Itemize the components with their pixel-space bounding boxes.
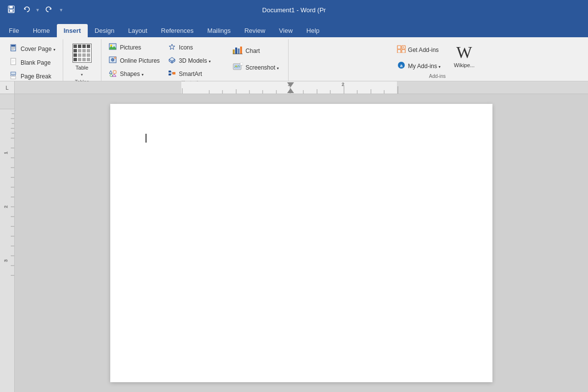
vertical-ruler: 1 2 3 — [0, 94, 15, 392]
blank-page-button[interactable]: Blank Page — [6, 56, 59, 69]
svg-text:3: 3 — [3, 259, 8, 262]
word-page[interactable] — [110, 104, 492, 382]
get-addins-button[interactable]: Get Add-ins — [392, 42, 445, 57]
ruler-container: L 1 2 — [0, 81, 588, 94]
addins-group: Get Add-ins a My Add-ins ▾ W Wikipe... — [289, 39, 586, 81]
table-label: Table — [75, 65, 88, 71]
tab-home[interactable]: Home — [26, 24, 57, 37]
page-break-label: Page Break — [21, 73, 51, 80]
wikipedia-button[interactable]: W Wikipe... — [446, 41, 482, 70]
window-title: Document1 - Word (Pr — [262, 6, 326, 14]
svg-rect-57 — [15, 81, 181, 94]
svg-rect-42 — [238, 49, 240, 54]
svg-rect-28 — [113, 71, 116, 74]
svg-rect-49 — [397, 46, 401, 49]
3d-models-label: 3D Models ▾ — [179, 57, 211, 64]
tab-file[interactable]: File — [2, 24, 26, 37]
illus-far-col: Chart Screenshot ▾ — [229, 41, 282, 74]
svg-rect-58 — [397, 81, 588, 94]
svg-rect-48 — [240, 63, 243, 65]
online-pictures-button[interactable]: Online Pictures — [105, 54, 163, 67]
my-addins-icon: a — [397, 61, 406, 71]
tab-insert[interactable]: Insert — [57, 24, 88, 37]
ruler-svg: 1 2 — [15, 81, 588, 94]
customize-qat[interactable]: ▾ — [60, 7, 63, 13]
chart-icon — [232, 46, 243, 56]
addins-group-label: Add-ins — [293, 74, 582, 81]
svg-rect-35 — [169, 71, 171, 73]
pictures-icon — [109, 43, 118, 52]
illus-left-col: Pictures — [105, 41, 163, 80]
svg-rect-52 — [402, 49, 405, 53]
blank-page-icon — [9, 58, 18, 67]
undo-button[interactable] — [21, 4, 33, 16]
page-break-icon — [9, 72, 18, 81]
svg-rect-107 — [0, 94, 15, 98]
pages-buttons: Cover Page ▾ Blank Page — [6, 41, 59, 83]
tab-view[interactable]: View — [272, 24, 299, 37]
tab-review[interactable]: Review — [238, 24, 272, 37]
icons-icon — [168, 43, 176, 52]
shapes-button[interactable]: Shapes ▾ — [105, 68, 163, 80]
svg-rect-39 — [172, 72, 175, 74]
chart-button[interactable]: Chart — [229, 41, 282, 60]
shapes-label: Shapes ▾ — [120, 71, 144, 77]
text-cursor — [146, 134, 147, 143]
cover-page-button[interactable]: Cover Page ▾ — [6, 42, 59, 55]
undo-icon — [23, 5, 31, 13]
redo-button[interactable] — [42, 4, 55, 16]
illustrations-items: Pictures — [105, 40, 282, 80]
undo-dropdown[interactable]: ▾ — [36, 7, 39, 13]
ribbon-content: Cover Page ▾ Blank Page — [0, 37, 588, 81]
svg-marker-30 — [112, 74, 116, 76]
title-text: Document1 - Word (Pr — [262, 6, 326, 14]
svg-text:2: 2 — [3, 205, 8, 208]
svg-rect-7 — [11, 48, 15, 49]
svg-rect-5 — [11, 45, 15, 47]
tab-mailings[interactable]: Mailings — [200, 24, 238, 37]
my-addins-label: My Add-ins ▾ — [408, 63, 441, 70]
svg-rect-8 — [11, 49, 14, 49]
horizontal-ruler: 1 2 — [15, 81, 588, 94]
get-addins-icon — [397, 45, 406, 54]
save-button[interactable] — [5, 4, 18, 16]
table-icon — [73, 44, 92, 63]
tab-references[interactable]: References — [154, 24, 200, 37]
3d-models-icon — [168, 56, 176, 65]
svg-rect-13 — [11, 72, 16, 74]
tables-items: Table ▾ — [67, 40, 97, 79]
svg-rect-36 — [169, 74, 171, 75]
smartart-button[interactable]: SmartArt — [164, 68, 228, 80]
icons-button[interactable]: Icons — [164, 41, 228, 54]
my-addins-button[interactable]: a My Add-ins ▾ — [392, 58, 445, 74]
svg-line-38 — [171, 73, 172, 74]
svg-point-54 — [403, 47, 404, 48]
get-addins-label: Get Add-ins — [408, 47, 439, 53]
pages-group: Cover Page ▾ Blank Page — [2, 39, 63, 81]
svg-rect-15 — [11, 76, 16, 79]
quick-access-toolbar: ▾ ▾ — [5, 4, 63, 16]
tab-design[interactable]: Design — [88, 24, 121, 37]
pictures-button[interactable]: Pictures — [105, 41, 163, 54]
table-button[interactable]: Table ▾ — [67, 41, 97, 79]
pages-items: Cover Page ▾ Blank Page — [6, 40, 59, 83]
page-break-button[interactable]: Page Break — [6, 70, 59, 83]
svg-marker-31 — [169, 44, 175, 49]
wikipedia-label: Wikipe... — [454, 62, 474, 68]
save-icon — [7, 5, 15, 13]
svg-rect-43 — [240, 47, 242, 54]
vertical-ruler-svg: 1 2 3 — [0, 94, 15, 392]
tab-layout[interactable]: Layout — [122, 24, 154, 37]
svg-rect-51 — [397, 49, 401, 53]
svg-text:2: 2 — [342, 82, 344, 87]
screenshot-button[interactable]: Screenshot ▾ — [229, 61, 282, 74]
svg-rect-3 — [10, 10, 13, 12]
tab-help[interactable]: Help — [299, 24, 326, 37]
cover-page-icon — [9, 44, 18, 53]
3d-models-button[interactable]: 3D Models ▾ — [164, 54, 228, 67]
ribbon-tabs: File Home Insert Design Layout Reference… — [0, 20, 588, 37]
wikipedia-icon: W — [456, 43, 472, 61]
screenshot-label: Screenshot ▾ — [245, 64, 279, 71]
svg-rect-40 — [233, 49, 235, 54]
document-area: 1 2 3 — [0, 94, 588, 392]
